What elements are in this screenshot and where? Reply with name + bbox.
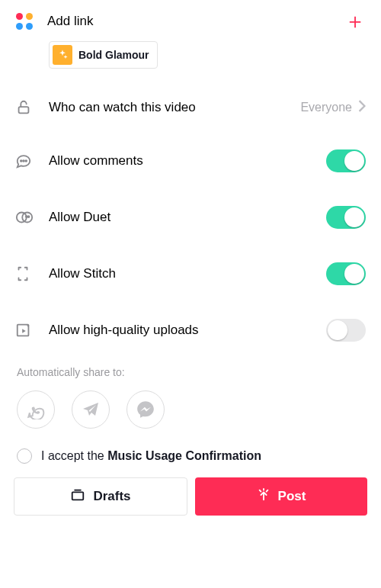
add-link-plus-icon[interactable]: ＋ — [344, 11, 366, 32]
chevron-right-icon — [358, 100, 366, 115]
drafts-label: Drafts — [93, 489, 130, 504]
allow-duet-toggle[interactable] — [326, 206, 366, 229]
share-messenger-button[interactable] — [126, 390, 165, 429]
music-usage-confirmation-row[interactable]: I accept the Music Usage Confirmation — [0, 448, 381, 477]
svg-rect-0 — [19, 107, 29, 113]
share-telegram-button[interactable] — [72, 390, 110, 429]
accept-bold: Music Usage Confirmation — [107, 449, 261, 462]
auto-share-label: Automatically share to: — [17, 366, 364, 378]
filter-chip-bold-glamour[interactable]: Bold Glamour — [49, 41, 158, 69]
filter-chip-label: Bold Glamour — [78, 49, 149, 61]
post-button[interactable]: Post — [195, 477, 367, 516]
accept-radio[interactable] — [17, 448, 32, 464]
allow-stitch-label: Allow Stitch — [49, 266, 326, 281]
row-allow-hq: Allow high-quality uploads — [15, 302, 366, 358]
row-allow-duet: Allow Duet — [15, 189, 366, 246]
visibility-value: Everyone — [300, 101, 352, 114]
duet-icon — [15, 209, 49, 226]
row-visibility[interactable]: Who can watch this video Everyone — [15, 82, 366, 133]
svg-point-2 — [23, 160, 24, 162]
allow-comments-label: Allow comments — [49, 153, 326, 169]
comment-icon — [15, 153, 49, 169]
allow-hq-toggle[interactable] — [326, 319, 366, 342]
svg-point-4 — [17, 213, 27, 223]
stitch-icon — [15, 265, 49, 282]
post-icon — [257, 488, 271, 506]
sparkle-icon — [53, 45, 72, 65]
post-label: Post — [278, 489, 306, 504]
allow-comments-toggle[interactable] — [326, 149, 366, 172]
app-logo-dots — [15, 12, 34, 31]
hq-upload-icon — [15, 322, 49, 339]
svg-point-6 — [26, 216, 27, 217]
allow-duet-label: Allow Duet — [49, 210, 326, 225]
drafts-button[interactable]: Drafts — [14, 477, 187, 516]
accept-prefix: I accept the — [41, 449, 107, 462]
row-allow-comments: Allow comments — [15, 133, 366, 189]
share-whatsapp-button[interactable] — [17, 390, 55, 429]
svg-point-7 — [28, 216, 30, 217]
drafts-icon — [70, 488, 85, 506]
svg-point-3 — [25, 160, 27, 162]
svg-rect-9 — [72, 492, 84, 500]
svg-point-1 — [21, 160, 22, 162]
allow-hq-label: Allow high-quality uploads — [49, 323, 326, 338]
visibility-label: Who can watch this video — [49, 100, 300, 115]
lock-open-icon — [15, 99, 49, 116]
allow-stitch-toggle[interactable] — [326, 262, 366, 285]
row-allow-stitch: Allow Stitch — [15, 246, 366, 302]
accept-text: I accept the Music Usage Confirmation — [41, 449, 261, 463]
add-link-label[interactable]: Add link — [47, 14, 344, 29]
